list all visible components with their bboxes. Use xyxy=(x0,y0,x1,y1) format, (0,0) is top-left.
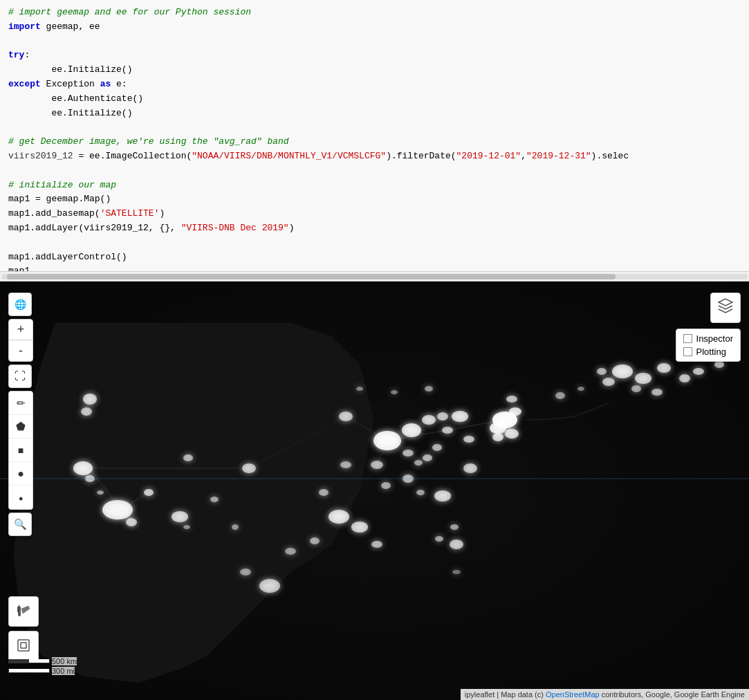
svg-point-66 xyxy=(612,365,633,378)
svg-point-28 xyxy=(442,427,453,434)
svg-point-10 xyxy=(492,433,503,441)
scale-bar: 500 km 300 mi xyxy=(8,657,77,676)
svg-point-48 xyxy=(97,490,104,495)
svg-point-33 xyxy=(81,407,92,416)
svg-point-17 xyxy=(83,394,97,405)
inspector-panel: Inspector Plotting xyxy=(676,329,741,362)
svg-point-11 xyxy=(434,490,451,501)
svg-point-32 xyxy=(414,460,423,466)
svg-point-7 xyxy=(422,415,436,425)
polygon-draw-button[interactable]: ⬟ xyxy=(9,415,33,439)
plotting-checkbox[interactable] xyxy=(683,347,692,356)
svg-point-59 xyxy=(285,548,296,555)
svg-point-39 xyxy=(381,482,391,489)
svg-point-19 xyxy=(172,511,188,522)
scrollbar-track[interactable] xyxy=(1,274,748,279)
svg-point-4 xyxy=(505,429,519,439)
circle-draw-button[interactable]: ● xyxy=(9,462,33,486)
frame-icon xyxy=(16,638,31,655)
svg-point-25 xyxy=(509,407,521,416)
svg-point-14 xyxy=(351,522,368,533)
svg-point-29 xyxy=(403,450,414,457)
svg-point-9 xyxy=(452,411,468,422)
svg-point-62 xyxy=(391,390,398,394)
svg-point-27 xyxy=(463,436,474,443)
svg-point-44 xyxy=(310,537,320,544)
draw-tools-group: ✏ ⬟ ■ ● ⬥ xyxy=(8,391,33,510)
svg-point-41 xyxy=(450,524,459,530)
svg-point-30 xyxy=(432,444,442,451)
rectangle-draw-button[interactable]: ■ xyxy=(9,439,33,462)
svg-rect-79 xyxy=(18,640,29,651)
svg-point-37 xyxy=(210,497,219,502)
svg-point-38 xyxy=(319,489,329,496)
fullscreen-icon: ⛶ xyxy=(15,371,26,382)
svg-point-75 xyxy=(597,368,607,375)
svg-point-34 xyxy=(126,518,137,526)
map-controls-bottom-left xyxy=(8,596,39,661)
svg-point-40 xyxy=(416,490,425,495)
svg-point-69 xyxy=(679,374,690,383)
circle-icon: ● xyxy=(17,468,24,480)
svg-point-46 xyxy=(183,525,190,529)
pencil-draw-button[interactable]: ✏ xyxy=(9,392,33,415)
svg-point-61 xyxy=(425,386,433,392)
map-controls-left: 🌐 + - ⛶ ✏ ⬟ ■ ● ⬥ xyxy=(8,293,33,536)
map-container[interactable]: 🌐 + - ⛶ ✏ ⬟ ■ ● ⬥ xyxy=(0,282,749,700)
svg-point-65 xyxy=(577,387,584,391)
paint-icon xyxy=(16,603,31,620)
marker-icon: ⬥ xyxy=(18,492,24,503)
layers-icon xyxy=(717,297,734,318)
zoom-out-button[interactable]: - xyxy=(9,340,33,361)
inspector-label: Inspector xyxy=(696,333,733,344)
horizontal-scrollbar[interactable] xyxy=(0,272,749,282)
svg-rect-80 xyxy=(21,643,26,648)
fullscreen-button[interactable]: ⛶ xyxy=(8,365,32,388)
zoom-in-button[interactable]: + xyxy=(9,320,33,340)
svg-point-63 xyxy=(356,387,363,391)
svg-point-71 xyxy=(714,361,724,368)
rectangle-icon: ■ xyxy=(18,445,24,456)
svg-point-3 xyxy=(490,423,506,434)
code-editor[interactable]: # import geemap and ee for our Python se… xyxy=(0,0,749,272)
marker-button[interactable]: ⬥ xyxy=(9,486,33,509)
svg-point-58 xyxy=(240,569,251,575)
svg-point-64 xyxy=(555,392,565,399)
inspector-row: Inspector xyxy=(683,333,733,344)
svg-point-26 xyxy=(506,396,517,403)
scrollbar-thumb[interactable] xyxy=(7,274,616,279)
svg-point-60 xyxy=(452,570,461,574)
plotting-label: Plotting xyxy=(696,347,726,357)
svg-point-8 xyxy=(437,412,448,421)
svg-rect-77 xyxy=(17,607,21,612)
svg-point-74 xyxy=(602,378,615,386)
osm-link[interactable]: OpenStreetMap xyxy=(546,690,600,699)
search-button[interactable]: 🔍 xyxy=(8,513,32,536)
scale-mi-label: 300 mi xyxy=(52,667,75,675)
attribution-text: ipyleaflet | Map data (c) xyxy=(465,690,546,699)
zoom-group: + - xyxy=(8,319,33,362)
plotting-row: Plotting xyxy=(683,347,733,357)
svg-point-68 xyxy=(657,363,671,373)
svg-point-12 xyxy=(450,540,463,549)
map-background xyxy=(0,282,749,700)
svg-rect-1 xyxy=(0,282,749,700)
layers-button[interactable] xyxy=(710,293,741,323)
search-icon: 🔍 xyxy=(14,518,27,531)
svg-point-31 xyxy=(423,454,432,461)
svg-point-73 xyxy=(631,385,641,392)
svg-point-57 xyxy=(259,579,280,593)
scale-km-label: 500 km xyxy=(52,657,77,665)
svg-point-36 xyxy=(183,454,193,461)
globe-button[interactable]: 🌐 xyxy=(8,293,32,316)
svg-point-42 xyxy=(435,536,443,542)
code-content: # import geemap and ee for our Python se… xyxy=(8,6,741,272)
svg-point-72 xyxy=(651,389,663,396)
svg-point-24 xyxy=(463,463,477,473)
inspector-checkbox[interactable] xyxy=(683,334,692,343)
svg-point-67 xyxy=(635,373,651,384)
svg-point-70 xyxy=(693,368,704,375)
svg-point-45 xyxy=(232,524,239,530)
paint-button[interactable] xyxy=(8,596,39,627)
map-controls-top-right: Inspector Plotting xyxy=(676,293,741,362)
